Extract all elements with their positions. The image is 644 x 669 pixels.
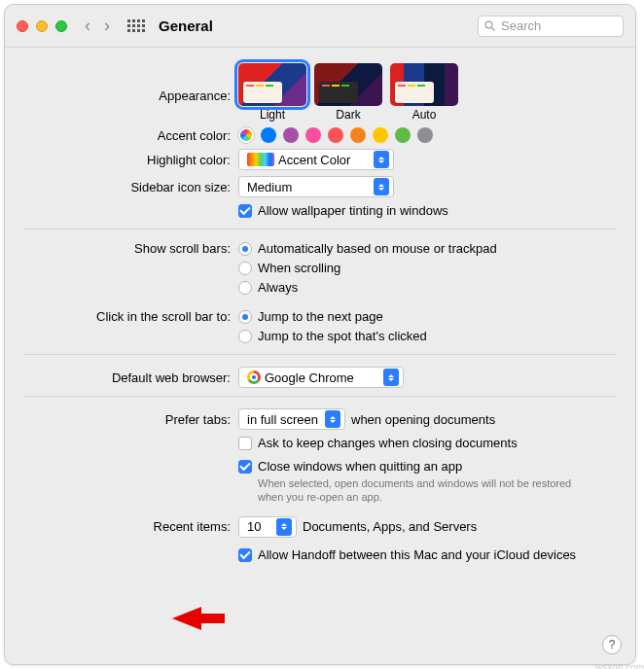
window-title: General — [159, 18, 213, 34]
recent-suffix: Documents, Apps, and Servers — [303, 519, 477, 534]
wallpaper-tint-label: Allow wallpaper tinting in windows — [258, 203, 448, 218]
accent-color-swatch[interactable] — [328, 127, 343, 143]
sidebar-size-value: Medium — [247, 180, 292, 194]
forward-button[interactable]: › — [104, 16, 110, 36]
tabs-label: Prefer tabs: — [24, 412, 238, 427]
scrollclick-option-label: Jump to the spot that's clicked — [258, 329, 427, 343]
recent-value: 10 — [247, 519, 261, 534]
accent-color-swatch[interactable] — [417, 127, 433, 143]
titlebar: ‹ › General Search — [5, 5, 635, 48]
search-input[interactable]: Search — [478, 16, 624, 37]
show-all-icon[interactable] — [127, 19, 145, 32]
nav-buttons: ‹ › — [85, 16, 110, 36]
highlight-color-select[interactable]: Accent Color — [238, 149, 394, 170]
highlight-value: Accent Color — [278, 153, 350, 167]
svg-marker-2 — [172, 607, 225, 630]
browser-label: Default web browser: — [24, 370, 238, 385]
accent-color-swatch[interactable] — [350, 127, 366, 143]
svg-line-1 — [492, 27, 495, 30]
close-window-button[interactable] — [17, 20, 28, 32]
scrollclick-group: Jump to the next pageJump to the spot th… — [238, 309, 427, 346]
separator — [24, 354, 616, 355]
recent-label: Recent items: — [24, 519, 238, 534]
recent-items-select[interactable]: 10 — [238, 516, 297, 538]
separator — [24, 229, 616, 229]
scrollclick-radio[interactable] — [238, 330, 252, 343]
close-windows-label: Close windows when quitting an app — [258, 459, 462, 474]
prefer-tabs-select[interactable]: in full screen — [238, 408, 345, 430]
window-controls — [17, 20, 67, 32]
default-browser-select[interactable]: Google Chrome — [238, 367, 404, 388]
highlight-swatch-icon — [247, 153, 274, 166]
select-arrows-icon — [325, 410, 340, 428]
accent-color-swatch[interactable] — [261, 127, 276, 143]
appearance-auto-option[interactable] — [390, 63, 458, 106]
select-arrows-icon — [374, 151, 389, 168]
wallpaper-tint-checkbox[interactable] — [238, 204, 252, 218]
appearance-label: Appearance: — [24, 63, 238, 103]
minimize-window-button[interactable] — [36, 20, 48, 32]
sidebar-size-label: Sidebar icon size: — [24, 180, 238, 194]
accent-color-swatch[interactable] — [395, 127, 411, 143]
scrollbars-radio[interactable] — [238, 242, 252, 256]
accent-color-picker — [238, 127, 433, 143]
scrollbars-option-label: Automatically based on mouse or trackpad — [258, 241, 497, 256]
tabs-suffix: when opening documents — [351, 412, 495, 427]
help-button[interactable]: ? — [602, 635, 622, 654]
scrollbars-radio[interactable] — [238, 281, 252, 295]
scrollbars-option-label: Always — [258, 280, 298, 295]
sidebar-size-select[interactable]: Medium — [238, 176, 394, 197]
scrollclick-option-label: Jump to the next page — [258, 309, 383, 324]
appearance-option-label: Dark — [314, 108, 382, 122]
appearance-options: LightDarkAuto — [238, 63, 458, 122]
appearance-option-label: Auto — [390, 108, 458, 122]
accent-color-swatch[interactable] — [305, 127, 321, 143]
search-icon — [484, 20, 496, 32]
scrollbars-group: Automatically based on mouse or trackpad… — [238, 241, 497, 298]
close-windows-hint: When selected, open documents and window… — [258, 476, 598, 505]
accent-color-swatch[interactable] — [283, 127, 299, 143]
zoom-window-button[interactable] — [55, 20, 67, 32]
select-arrows-icon — [383, 369, 399, 386]
search-placeholder: Search — [501, 18, 541, 33]
scrollclick-label: Click in the scroll bar to: — [24, 309, 238, 324]
accent-multicolor-swatch[interactable] — [238, 127, 254, 143]
select-arrows-icon — [276, 518, 292, 536]
appearance-dark-option[interactable] — [314, 63, 382, 106]
appearance-light-option[interactable] — [238, 63, 306, 106]
appearance-option-label: Light — [238, 108, 306, 122]
scrollbars-radio[interactable] — [238, 262, 252, 275]
scrollclick-radio[interactable] — [238, 310, 252, 324]
watermark: wsxdn.com — [595, 662, 644, 669]
ask-keep-label: Ask to keep changes when closing documen… — [258, 436, 518, 450]
handoff-checkbox[interactable] — [238, 548, 252, 562]
svg-point-0 — [485, 21, 492, 28]
select-arrows-icon — [374, 178, 389, 195]
accent-color-swatch[interactable] — [373, 127, 388, 143]
chrome-icon — [247, 370, 261, 384]
ask-keep-checkbox[interactable] — [238, 437, 252, 450]
back-button[interactable]: ‹ — [85, 16, 90, 36]
scrollbars-option-label: When scrolling — [258, 261, 340, 275]
callout-arrow-icon — [172, 605, 225, 635]
separator — [24, 396, 616, 397]
tabs-value: in full screen — [247, 412, 318, 427]
highlight-label: Highlight color: — [24, 153, 238, 167]
scrollbars-label: Show scroll bars: — [24, 241, 238, 256]
preferences-window: ‹ › General Search Appearance: LightDark… — [4, 4, 636, 665]
accent-label: Accent color: — [24, 128, 238, 143]
close-windows-checkbox[interactable] — [238, 460, 252, 474]
browser-value: Google Chrome — [265, 370, 354, 385]
handoff-label: Allow Handoff between this Mac and your … — [258, 547, 576, 562]
